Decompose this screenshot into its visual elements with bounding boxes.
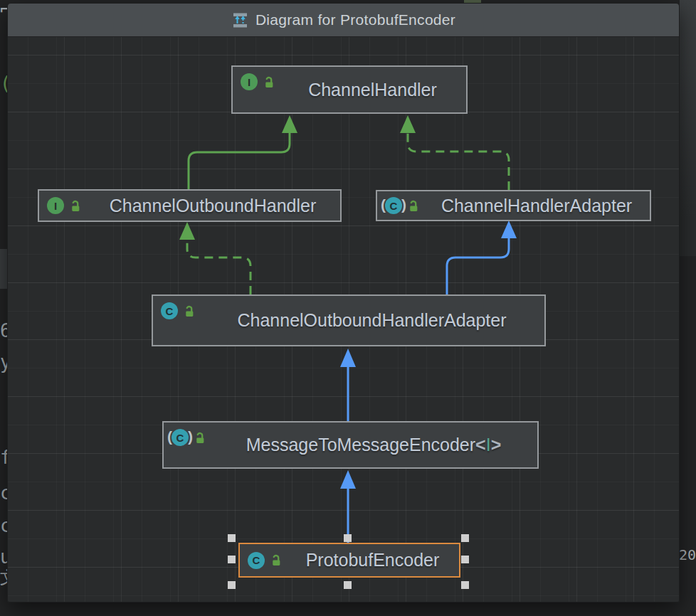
selection-handle-sw[interactable] <box>228 581 236 589</box>
selection-handle-nw[interactable] <box>228 534 236 542</box>
abstract-class-icon: ( C ) <box>172 429 189 446</box>
abstract-paren: ) <box>401 196 406 213</box>
unlocked-icon <box>69 200 81 212</box>
editor-background-fragment <box>680 0 696 256</box>
node-icons: I <box>241 73 285 90</box>
interface-icon: I <box>241 73 258 90</box>
unlocked-icon <box>194 432 206 444</box>
node-icons: ( C ) <box>172 429 216 446</box>
node-label: ChannelHandler <box>285 80 466 100</box>
screen: ⌐ ( 6 y f c c u 文 20 Diagram for Protobu… <box>0 0 696 616</box>
node-icons: I <box>47 197 91 214</box>
node-label: ChannelOutboundHandlerAdapter <box>205 310 544 331</box>
popup-title-bar[interactable]: Diagram for ProtobufEncoder <box>8 4 679 37</box>
node-messagetomessageencoder[interactable]: ( C ) MessageToMessageEncoder<I> <box>162 421 539 469</box>
selection-handle-s[interactable] <box>344 581 352 589</box>
node-label: ProtobufEncoder <box>292 550 459 570</box>
node-icons: C <box>161 302 205 319</box>
diagram-hierarchy-icon <box>231 11 249 29</box>
selection-handle-ne[interactable] <box>461 534 469 542</box>
node-channeloutboundhandler[interactable]: I ChannelOutboundHandler <box>38 189 342 222</box>
unlocked-icon <box>407 200 419 212</box>
generic-close-bracket: > <box>491 435 502 455</box>
selection-handle-w[interactable] <box>228 556 236 563</box>
node-icons: C <box>248 552 292 569</box>
selection-handle-n[interactable] <box>344 534 352 542</box>
class-letter: C <box>176 432 184 444</box>
class-letter: C <box>390 200 398 212</box>
node-icons: ( C ) <box>385 197 429 214</box>
node-label: ChannelHandlerAdapter <box>429 196 650 216</box>
popup-title: Diagram for ProtobufEncoder <box>255 11 455 28</box>
node-channelhandleradapter[interactable]: ( C ) ChannelHandlerAdapter <box>376 190 651 221</box>
abstract-paren: ( <box>381 196 386 213</box>
node-channeloutboundhandleradapter[interactable]: C ChannelOutboundHandlerAdapter <box>152 294 546 346</box>
interface-icon: I <box>47 197 64 214</box>
class-icon: C <box>161 302 178 319</box>
abstract-paren: ) <box>188 428 193 445</box>
selection-handle-e[interactable] <box>461 556 469 563</box>
unlocked-icon <box>263 76 275 88</box>
class-icon: C <box>248 552 265 569</box>
node-label: ChannelOutboundHandler <box>91 196 340 216</box>
unlocked-icon <box>270 554 282 566</box>
abstract-paren: ( <box>167 428 172 445</box>
generic-open-bracket: < <box>475 435 486 455</box>
node-label-text: MessageToMessageEncoder <box>246 435 475 455</box>
node-label: MessageToMessageEncoder<I> <box>216 435 537 455</box>
generic-type-parameter: I <box>486 435 491 455</box>
abstract-class-icon: ( C ) <box>385 197 402 214</box>
unlocked-icon <box>183 305 195 317</box>
node-protobufencoder[interactable]: C ProtobufEncoder <box>238 543 460 578</box>
node-channelhandler[interactable]: I ChannelHandler <box>231 65 468 114</box>
selection-handle-se[interactable] <box>461 581 469 589</box>
editor-text-fragment: 20 <box>679 546 696 563</box>
